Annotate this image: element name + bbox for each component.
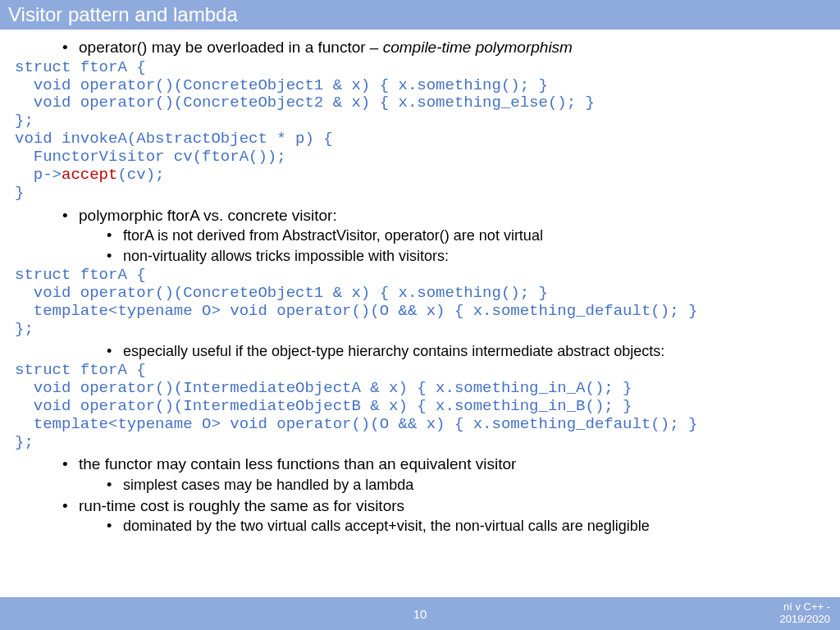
footer: 10 ní v C++ - 2019/2020 bbox=[0, 597, 840, 630]
sub-bullet-item: dominated by the two virtual calls accep… bbox=[15, 517, 825, 536]
bullet-item: operator() may be overloaded in a functo… bbox=[15, 38, 825, 57]
footer-line-2: 2019/2020 bbox=[780, 614, 830, 626]
slide-body: operator() may be overloaded in a functo… bbox=[0, 30, 840, 630]
sub-bullet-item: especially useful if the object-type hie… bbox=[15, 342, 825, 361]
code-line: struct ftorA { bbox=[15, 266, 146, 284]
code-block-1: struct ftorA { void operator()(ConcreteO… bbox=[15, 59, 825, 203]
bullet-text: operator() may be overloaded in a functo… bbox=[79, 39, 383, 56]
sub-bullet-list: dominated by the two virtual calls accep… bbox=[15, 517, 825, 536]
code-line: struct ftorA { bbox=[15, 361, 146, 379]
code-block-3: struct ftorA { void operator()(Intermedi… bbox=[15, 362, 825, 451]
code-line: void operator()(IntermediateObjectB & x)… bbox=[15, 397, 632, 415]
code-line: void invokeA(AbstractObject * p) { bbox=[15, 130, 333, 148]
sub-bullet-list: especially useful if the object-type hie… bbox=[15, 342, 825, 361]
code-accept: accept bbox=[62, 166, 117, 184]
bullet-list: operator() may be overloaded in a functo… bbox=[15, 38, 825, 57]
code-line: void operator()(ConcreteObject2 & x) { x… bbox=[15, 94, 595, 112]
code-line: void operator()(IntermediateObjectA & x)… bbox=[15, 379, 632, 397]
code-line: void operator()(ConcreteObject1 & x) { x… bbox=[15, 284, 548, 302]
bullet-list: polymorphic ftorA vs. concrete visitor: bbox=[15, 206, 825, 226]
code-line: (cv); bbox=[117, 166, 164, 184]
code-line: struct ftorA { bbox=[15, 58, 146, 76]
footer-right: ní v C++ - 2019/2020 bbox=[780, 601, 830, 626]
code-line: p-> bbox=[15, 166, 62, 184]
code-line: template<typename O> void operator()(O &… bbox=[15, 415, 697, 433]
code-line: }; bbox=[15, 433, 34, 451]
sub-bullet-list: ftorA is not derived from AbstractVisito… bbox=[15, 226, 825, 265]
bullet-item: the functor may contain less functions t… bbox=[15, 454, 825, 474]
code-line: FunctorVisitor cv(ftorA()); bbox=[15, 148, 286, 166]
bullet-item: run-time cost is roughly the same as for… bbox=[15, 496, 825, 516]
sub-bullet-item: non-virtuality allows tricks impossible … bbox=[15, 247, 825, 266]
page-number: 10 bbox=[0, 607, 840, 621]
sub-bullet-list: simplest cases may be handled by a lambd… bbox=[15, 476, 825, 495]
code-line: }; bbox=[15, 112, 34, 130]
bullet-italic: compile-time polymorphism bbox=[383, 39, 573, 56]
code-line: } bbox=[15, 184, 24, 202]
slide-title: Visitor pattern and lambda bbox=[0, 0, 840, 30]
sub-bullet-item: simplest cases may be handled by a lambd… bbox=[15, 476, 825, 495]
footer-line-1: ní v C++ - bbox=[780, 601, 830, 614]
code-block-2: struct ftorA { void operator()(ConcreteO… bbox=[15, 267, 825, 338]
code-line: }; bbox=[15, 320, 34, 338]
code-line: template<typename O> void operator()(O &… bbox=[15, 302, 697, 320]
bullet-list: the functor may contain less functions t… bbox=[15, 454, 825, 474]
bullet-item: polymorphic ftorA vs. concrete visitor: bbox=[15, 206, 825, 226]
bullet-list: run-time cost is roughly the same as for… bbox=[15, 496, 825, 516]
slide: Visitor pattern and lambda operator() ma… bbox=[0, 0, 840, 630]
sub-bullet-item: ftorA is not derived from AbstractVisito… bbox=[15, 226, 825, 245]
code-line: void operator()(ConcreteObject1 & x) { x… bbox=[15, 76, 548, 94]
